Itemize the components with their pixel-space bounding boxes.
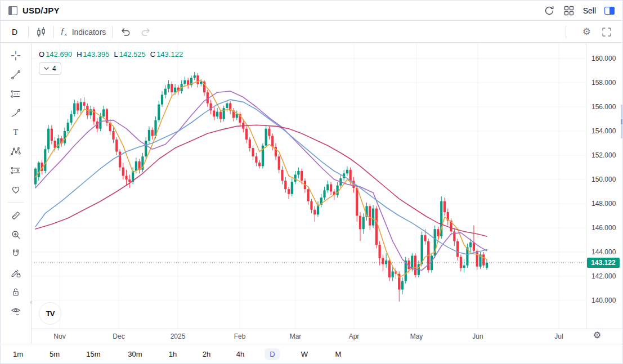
candle-body [57,138,59,148]
timeframe-15m[interactable]: 15m [81,348,105,360]
candle-body [213,110,215,116]
axis-settings-gear-icon[interactable]: ⚙ [593,331,601,340]
redo-icon[interactable] [140,26,153,38]
indicators-label: Indicators [72,28,106,37]
candle-body [161,95,163,105]
panel-layout-icon[interactable] [8,6,17,15]
candle-body [158,105,160,120]
crosshair-icon[interactable] [7,47,25,64]
candle-body [482,254,485,265]
timeframe-2h[interactable]: 2h [198,348,216,360]
candle-body [47,129,50,150]
candle-body [437,229,439,236]
emoji-icon[interactable] [7,181,25,198]
candle-body [38,163,40,177]
candle-body [359,216,361,230]
drawing-toolbar: T [1,43,32,344]
candle-body [388,260,391,277]
candle-body [382,258,384,264]
drawing-mode-lock-icon[interactable] [7,264,25,281]
chart-pane[interactable]: O142.690H143.395L142.525C143.122 4 TV ‹ [32,43,586,329]
time-tick-label: May [410,332,423,340]
toolbar-divider [8,202,24,203]
price-tick-label: 158.000 [591,79,616,87]
trend-line-icon[interactable] [7,66,25,83]
timeframe-1h[interactable]: 1h [164,348,182,360]
undo-icon[interactable] [119,26,131,38]
trading-panel-toggle-icon[interactable] [604,7,615,15]
candle-body [216,112,218,117]
magnet-mode-icon[interactable] [7,245,25,262]
candlestick-chart[interactable] [32,43,586,329]
open-value: 142.690 [46,50,72,59]
settings-gear-icon[interactable]: ⚙ [582,27,591,37]
timeframe-4h[interactable]: 4h [231,348,249,360]
time-axis[interactable]: ⚙ NovDec2025FebMarAprMayJunJul [32,329,622,344]
time-tick-label: Nov [53,332,65,340]
candle-body [323,190,325,197]
indicators-button[interactable]: ƒx Indicators [60,26,106,37]
refresh-icon[interactable] [544,5,555,16]
candle-body [349,170,352,181]
open-label: O [39,50,44,59]
zoom-in-icon[interactable] [7,226,25,243]
candle-body [135,161,137,171]
collapse-toolbar-icon[interactable]: ‹ [30,298,32,306]
sell-label[interactable]: Sell [583,6,596,15]
time-tick-label: Jun [472,332,483,340]
interval-button[interactable]: D [7,25,22,39]
price-tick-label: 150.000 [591,176,616,183]
hide-all-drawings-icon[interactable] [7,302,25,320]
candle-body [245,129,248,140]
long-short-position-icon[interactable] [7,161,25,179]
candle-body [89,109,92,115]
fullscreen-icon[interactable] [601,26,612,38]
toolbar-divider [112,26,113,38]
time-tick-label: Jul [554,332,563,340]
tradingview-logo[interactable]: TV [39,302,61,325]
fib-retracement-icon[interactable] [7,85,25,102]
candle-body [291,182,293,194]
candle-body [326,185,329,191]
grid-layout-icon[interactable] [563,5,575,16]
timeframe-bar: 1m5m15m30m1h2h4hDWM [1,344,622,364]
lock-all-drawings-icon[interactable] [7,283,25,300]
timeframe-D[interactable]: D [265,348,280,360]
candles-style-icon[interactable] [35,26,47,38]
timeframe-5m[interactable]: 5m [44,348,65,360]
candle-body [115,140,118,151]
candle-body [128,179,131,182]
candle-body [249,140,251,148]
candle-body [255,156,257,163]
text-tool-icon[interactable]: T [7,123,25,141]
right-edge-scrollbar[interactable] [621,105,622,138]
timeframe-30m[interactable]: 30m [123,348,147,360]
candle-body [486,263,488,268]
candle-body [469,242,472,248]
timeframe-1m[interactable]: 1m [8,348,28,360]
candle-body [421,235,423,264]
candle-body [125,176,127,179]
price-axis[interactable]: 143.122 160.000158.000156.000154.000152.… [586,43,623,329]
candle-body [73,104,75,114]
candle-body [372,209,374,226]
ohlc-readout: O142.690H143.395L142.525C143.122 [39,50,187,59]
candle-body [313,210,316,215]
price-tick-label: 152.000 [591,151,616,159]
measure-ruler-icon[interactable] [7,206,25,224]
xabcd-pattern-icon[interactable] [7,142,25,160]
ma-line [35,100,487,254]
candle-body [284,181,286,189]
candle-body [307,189,310,201]
ma-line [35,125,487,236]
candle-body [379,245,381,258]
symbol-title[interactable]: USD/JPY [23,6,60,15]
timeframe-W[interactable]: W [296,348,313,360]
brush-icon[interactable] [7,104,25,122]
high-value: 143.395 [83,50,110,59]
indicators-count-chip[interactable]: 4 [39,62,61,75]
candle-body [476,251,478,267]
price-tick-label: 146.000 [591,224,616,232]
candle-body [460,257,462,268]
timeframe-M[interactable]: M [330,348,347,360]
